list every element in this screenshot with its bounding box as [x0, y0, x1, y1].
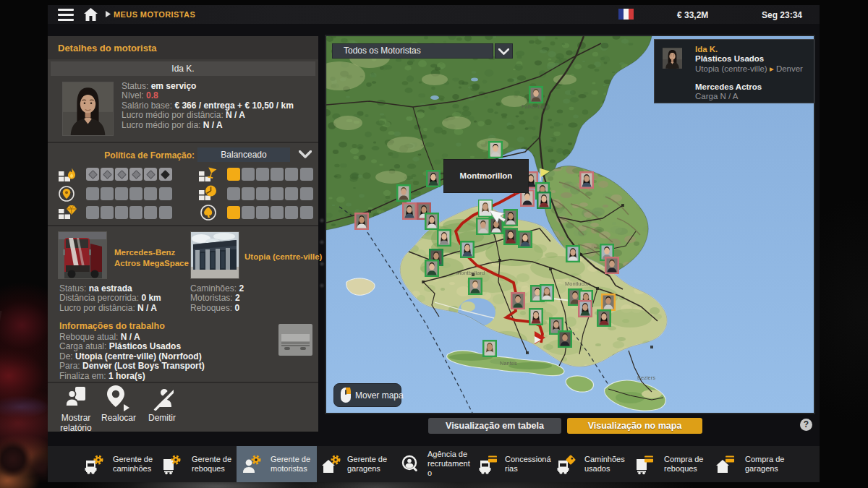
svg-text:Montbeliard: Montbeliard	[456, 270, 485, 276]
svg-text:Beziers: Beziers	[637, 374, 655, 381]
svg-text:Nantes: Nantes	[500, 360, 517, 367]
svg-text:Montlucon: Montlucon	[565, 281, 590, 287]
svg-text:Falkenberg: Falkenberg	[522, 103, 549, 110]
